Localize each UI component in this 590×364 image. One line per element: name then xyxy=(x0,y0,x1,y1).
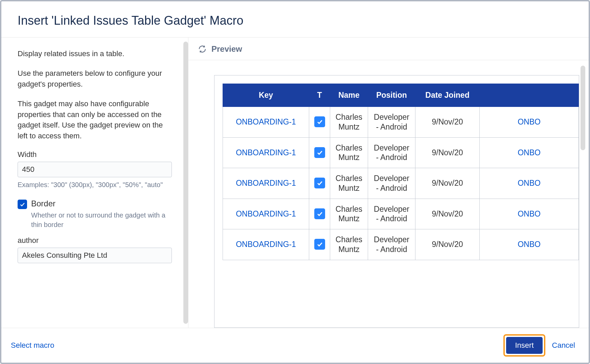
author-label: author xyxy=(18,236,172,245)
table-row: ONBOARDING-1Charles MuntzDeveloper - And… xyxy=(223,168,579,199)
preview-table-outer: Key T Name Position Date Joined ONBOARDI… xyxy=(214,75,579,328)
cell-name: Charles Muntz xyxy=(330,107,368,138)
width-input[interactable] xyxy=(18,162,172,177)
dialog-body: Display related issues in a table. Use t… xyxy=(1,38,589,328)
cell-date: 9/Nov/20 xyxy=(415,199,480,229)
table-row: ONBOARDING-1Charles MuntzDeveloper - And… xyxy=(223,137,579,168)
issue-link[interactable]: ONBOARDING-1 xyxy=(236,240,296,249)
preview-title: Preview xyxy=(211,44,242,54)
cell-key: ONBOARDING-1 xyxy=(223,199,309,229)
issue-link[interactable]: ONBOARDING-1 xyxy=(236,117,296,126)
linked-issue-link[interactable]: ONBO xyxy=(518,148,541,157)
col-date-joined[interactable]: Date Joined xyxy=(415,84,480,107)
cell-name: Charles Muntz xyxy=(330,229,368,260)
col-linked[interactable] xyxy=(480,84,579,107)
select-macro-link[interactable]: Select macro xyxy=(11,341,54,350)
cell-type xyxy=(309,229,330,260)
col-position[interactable]: Position xyxy=(368,84,415,107)
issues-table: Key T Name Position Date Joined ONBOARDI… xyxy=(223,84,579,260)
border-checkbox[interactable] xyxy=(18,200,27,209)
cell-position: Developer - Android xyxy=(368,107,415,138)
border-meta: Border Whether or not to surround the ga… xyxy=(31,199,172,229)
cell-key: ONBOARDING-1 xyxy=(223,137,309,168)
cell-linked: ONBO xyxy=(480,229,579,260)
macro-dialog: Insert 'Linked Issues Table Gadget' Macr… xyxy=(0,0,590,364)
issue-link[interactable]: ONBOARDING-1 xyxy=(236,179,296,187)
cancel-link[interactable]: Cancel xyxy=(552,341,575,350)
linked-issue-link[interactable]: ONBO xyxy=(518,179,541,187)
preview-pane: Preview Key T Name Position xyxy=(188,38,589,328)
linked-issue-link[interactable]: ONBO xyxy=(518,209,541,218)
dialog-title: Insert 'Linked Issues Table Gadget' Macr… xyxy=(18,14,572,28)
footer-buttons: Insert Cancel xyxy=(503,334,575,357)
dialog-header: Insert 'Linked Issues Table Gadget' Macr… xyxy=(1,1,589,38)
cell-type xyxy=(309,137,330,168)
cell-position: Developer - Android xyxy=(368,168,415,199)
table-row: ONBOARDING-1Charles MuntzDeveloper - And… xyxy=(223,229,579,260)
cell-position: Developer - Android xyxy=(368,229,415,260)
linked-issue-link[interactable]: ONBO xyxy=(518,117,541,126)
width-label: Width xyxy=(18,150,172,159)
cell-type xyxy=(309,107,330,138)
table-row: ONBOARDING-1Charles MuntzDeveloper - And… xyxy=(223,107,579,138)
cell-name: Charles Muntz xyxy=(330,168,368,199)
issue-link[interactable]: ONBOARDING-1 xyxy=(236,209,296,218)
border-label: Border xyxy=(31,199,172,208)
cell-linked: ONBO xyxy=(480,199,579,229)
preview-content: Key T Name Position Date Joined ONBOARDI… xyxy=(188,60,589,328)
col-type[interactable]: T xyxy=(309,84,330,107)
desc-intro: Display related issues in a table. xyxy=(18,48,172,59)
task-icon xyxy=(314,147,325,158)
task-icon xyxy=(314,178,325,188)
insert-highlight: Insert xyxy=(503,334,545,357)
insert-button[interactable]: Insert xyxy=(506,337,542,354)
col-name[interactable]: Name xyxy=(330,84,368,107)
task-icon xyxy=(314,239,325,250)
config-sidebar: Display related issues in a table. Use t… xyxy=(1,38,188,328)
table-row: ONBOARDING-1Charles MuntzDeveloper - And… xyxy=(223,199,579,229)
task-icon xyxy=(314,208,325,219)
desc-gadget: This gadget may also have configurable p… xyxy=(18,98,172,142)
cell-linked: ONBO xyxy=(480,137,579,168)
author-input[interactable] xyxy=(18,248,172,263)
refresh-icon[interactable] xyxy=(198,45,207,53)
cell-key: ONBOARDING-1 xyxy=(223,107,309,138)
author-field: author xyxy=(18,236,172,263)
table-header-row: Key T Name Position Date Joined xyxy=(223,84,579,107)
cell-type xyxy=(309,168,330,199)
dialog-footer: Select macro Insert Cancel xyxy=(1,328,589,363)
sidebar-scrollbar[interactable] xyxy=(183,42,188,324)
border-desc: Whether or not to surround the gadget wi… xyxy=(31,210,172,229)
cell-date: 9/Nov/20 xyxy=(415,168,480,199)
col-key[interactable]: Key xyxy=(223,84,309,107)
border-field: Border Whether or not to surround the ga… xyxy=(18,199,172,229)
width-hint: Examples: "300" (300px), "300px", "50%",… xyxy=(18,180,172,189)
cell-type xyxy=(309,199,330,229)
width-field: Width Examples: "300" (300px), "300px", … xyxy=(18,150,172,189)
cell-key: ONBOARDING-1 xyxy=(223,168,309,199)
preview-header: Preview xyxy=(188,38,589,60)
issue-link[interactable]: ONBOARDING-1 xyxy=(236,148,296,157)
linked-issue-link[interactable]: ONBO xyxy=(518,240,541,249)
cell-name: Charles Muntz xyxy=(330,199,368,229)
preview-scrollbar[interactable] xyxy=(581,66,585,150)
cell-name: Charles Muntz xyxy=(330,137,368,168)
cell-key: ONBOARDING-1 xyxy=(223,229,309,260)
cell-position: Developer - Android xyxy=(368,199,415,229)
cell-position: Developer - Android xyxy=(368,137,415,168)
cell-date: 9/Nov/20 xyxy=(415,107,480,138)
cell-linked: ONBO xyxy=(480,107,579,138)
cell-linked: ONBO xyxy=(480,168,579,199)
task-icon xyxy=(314,116,325,127)
cell-date: 9/Nov/20 xyxy=(415,229,480,260)
desc-params: Use the parameters below to configure yo… xyxy=(18,68,172,90)
cell-date: 9/Nov/20 xyxy=(415,137,480,168)
